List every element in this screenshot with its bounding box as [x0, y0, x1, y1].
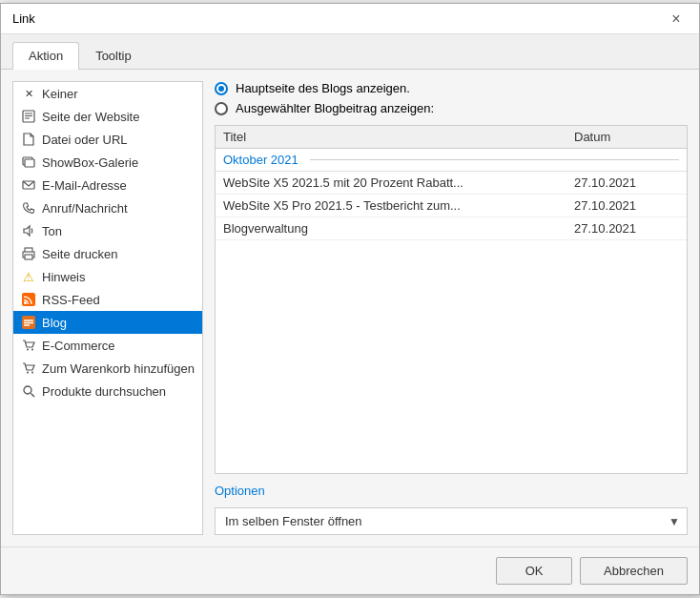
svg-line-21: [31, 394, 35, 398]
svg-rect-9: [25, 255, 32, 259]
cancel-button[interactable]: Abbrechen: [580, 557, 688, 585]
list-item-blog[interactable]: Blog: [13, 311, 202, 334]
table-row[interactable]: WebSite X5 2021.5 mit 20 Prozent Rabatt.…: [216, 172, 687, 195]
blog-table: Titel Datum Oktober 2021 WebSite X5 2021…: [215, 125, 688, 474]
list-item-warenkorb[interactable]: Zum Warenkorb hinzufügen: [13, 357, 202, 380]
svg-point-11: [24, 301, 27, 304]
email-icon: [21, 177, 36, 193]
blog-icon: [21, 315, 36, 330]
sound-icon: [21, 223, 36, 238]
svg-point-18: [27, 372, 29, 374]
group-line: [310, 159, 679, 160]
svg-point-20: [24, 386, 31, 394]
options-section: Optionen: [215, 484, 688, 498]
table-header: Titel Datum: [216, 126, 687, 149]
svg-marker-7: [24, 226, 30, 236]
radio-beitrag-label: Ausgewählter Blogbeitrag anzeigen:: [236, 101, 434, 115]
close-button[interactable]: ×: [665, 8, 688, 31]
open-mode-select-wrapper: Im selben Fenster öffnen In neuem Fenste…: [215, 507, 688, 535]
list-item-hinweis[interactable]: ⚠ Hinweis: [13, 265, 202, 288]
tab-bar: Aktion Tooltip: [1, 34, 699, 70]
cell-datum-0: 27.10.2021: [574, 175, 679, 190]
group-header-oktober: Oktober 2021: [216, 149, 687, 172]
cell-datum-1: 27.10.2021: [574, 198, 679, 213]
list-item-ecommerce[interactable]: E-Commerce: [13, 334, 202, 357]
title-bar: Link ×: [1, 4, 699, 34]
cart-add-icon: [21, 361, 36, 376]
content-area: ✕ Keiner Seite der Website Datei oder UR…: [1, 70, 699, 546]
radio-beitrag-indicator: [215, 102, 228, 115]
list-item-produkte[interactable]: Produkte durchsuchen: [13, 380, 202, 402]
search-products-icon: [21, 383, 36, 399]
list-item-keiner[interactable]: ✕ Keiner: [13, 82, 202, 105]
page-icon: [21, 109, 36, 124]
phone-icon: [21, 200, 36, 216]
cell-datum-2: 27.10.2021: [574, 221, 679, 236]
ecommerce-icon: [21, 338, 36, 353]
svg-point-17: [31, 349, 33, 351]
radio-hauptseite-indicator: [215, 82, 228, 95]
table-row[interactable]: WebSite X5 Pro 2021.5 - Testbericht zum.…: [216, 195, 687, 217]
cell-titel-0: WebSite X5 2021.5 mit 20 Prozent Rabatt.…: [223, 175, 574, 190]
dialog-title: Link: [12, 11, 35, 26]
svg-rect-8: [25, 248, 32, 252]
list-item-rss[interactable]: RSS-Feed: [13, 288, 202, 311]
radio-group: Hauptseite des Blogs anzeigen. Ausgewähl…: [215, 81, 688, 115]
svg-point-19: [31, 372, 33, 374]
list-item-datei-url[interactable]: Datei oder URL: [13, 128, 202, 151]
radio-hauptseite-label: Hauptseite des Blogs anzeigen.: [236, 81, 410, 95]
cell-titel-2: Blogverwaltung: [223, 221, 574, 236]
open-mode-select[interactable]: Im selben Fenster öffnen In neuem Fenste…: [215, 507, 688, 535]
list-item-showbox[interactable]: ShowBox-Galerie: [13, 151, 202, 174]
warning-icon: ⚠: [21, 269, 36, 284]
svg-point-16: [27, 349, 29, 351]
action-list: ✕ Keiner Seite der Website Datei oder UR…: [12, 81, 203, 535]
list-item-ton[interactable]: Ton: [13, 219, 202, 242]
x-icon: ✕: [21, 86, 36, 101]
list-item-seite-website[interactable]: Seite der Website: [13, 105, 202, 128]
right-panel: Hauptseite des Blogs anzeigen. Ausgewähl…: [215, 81, 688, 535]
svg-rect-5: [25, 159, 34, 167]
ok-button[interactable]: OK: [496, 557, 572, 585]
print-icon: [21, 246, 36, 261]
gallery-icon: [21, 155, 36, 170]
list-item-email[interactable]: E-Mail-Adresse: [13, 174, 202, 196]
header-datum: Datum: [574, 130, 679, 144]
file-icon: [21, 132, 36, 147]
header-titel: Titel: [223, 130, 574, 144]
radio-beitrag[interactable]: Ausgewählter Blogbeitrag anzeigen:: [215, 101, 688, 115]
list-item-anruf[interactable]: Anruf/Nachricht: [13, 196, 202, 219]
tab-aktion[interactable]: Aktion: [12, 42, 79, 70]
cell-titel-1: WebSite X5 Pro 2021.5 - Testbericht zum.…: [223, 198, 574, 213]
dialog: Link × Aktion Tooltip ✕ Keiner Seite der…: [0, 3, 700, 595]
table-row[interactable]: Blogverwaltung 27.10.2021: [216, 217, 687, 240]
rss-icon: [21, 292, 36, 307]
tab-tooltip[interactable]: Tooltip: [79, 42, 148, 69]
options-label[interactable]: Optionen: [215, 484, 265, 498]
radio-hauptseite[interactable]: Hauptseite des Blogs anzeigen.: [215, 81, 688, 95]
footer: OK Abbrechen: [1, 546, 699, 594]
list-item-seite-drucken[interactable]: Seite drucken: [13, 242, 202, 265]
